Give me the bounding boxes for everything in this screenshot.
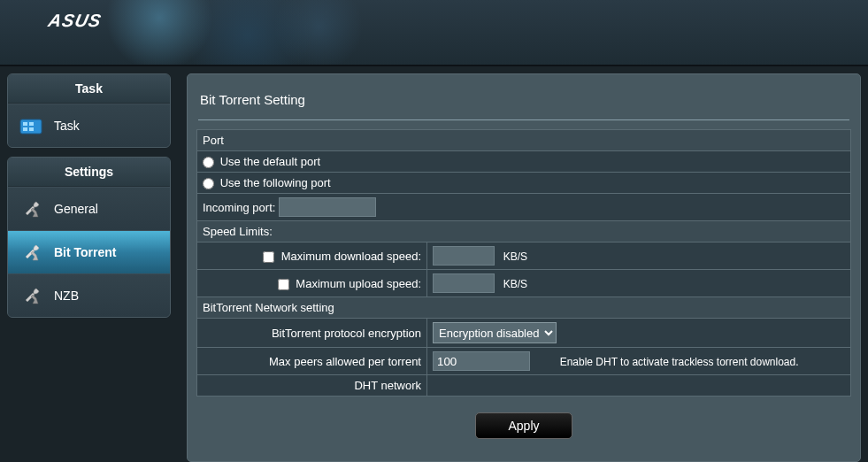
page-title: Bit Torrent Setting: [196, 83, 851, 119]
main-panel: Bit Torrent Setting Port Use the default…: [187, 73, 861, 462]
sidebar-section-settings: Settings General Bit Torrent: [7, 157, 171, 318]
divider: [198, 119, 849, 120]
sidebar: Task Task Settings: [7, 73, 171, 462]
sidebar-item-label: Bit Torrent: [54, 245, 117, 259]
svg-rect-1: [23, 122, 27, 126]
max-peers-label: Max peers allowed per torrent: [269, 355, 421, 368]
apply-button[interactable]: Apply: [475, 412, 572, 439]
wrench-icon: [19, 198, 45, 219]
wrench-icon: [19, 242, 45, 263]
sidebar-header-task: Task: [8, 74, 170, 104]
max-download-row[interactable]: Maximum download speed:: [263, 250, 421, 263]
radio-label: Use the following port: [220, 176, 331, 189]
radio-following-port[interactable]: Use the following port: [203, 176, 331, 189]
max-upload-input[interactable]: [433, 273, 495, 293]
dht-hint: Enable DHT to activate trackless torrent…: [534, 356, 799, 368]
incoming-port-input[interactable]: [279, 197, 376, 217]
max-download-checkbox[interactable]: [263, 251, 274, 263]
max-download-input[interactable]: [433, 246, 495, 266]
dht-label: DHT network: [354, 379, 421, 392]
field-label: Maximum download speed:: [281, 250, 421, 263]
radio-following-port-input[interactable]: [203, 178, 214, 189]
task-icon: [19, 115, 45, 136]
brand-logo: ASUS: [47, 11, 104, 31]
section-header-port: Port: [197, 130, 851, 151]
sidebar-item-general[interactable]: General: [8, 187, 170, 230]
radio-default-port-input[interactable]: [203, 157, 214, 168]
sidebar-item-nzb[interactable]: NZB: [8, 273, 170, 317]
sidebar-item-label: NZB: [54, 289, 79, 303]
radio-label: Use the default port: [220, 155, 320, 168]
svg-rect-4: [29, 127, 34, 131]
max-upload-checkbox[interactable]: [278, 279, 289, 290]
unit-label: KB/S: [503, 278, 527, 290]
svg-rect-0: [20, 119, 42, 134]
max-upload-row[interactable]: Maximum upload speed:: [278, 277, 421, 290]
settings-form: Port Use the default port Use the follow…: [196, 129, 851, 439]
max-peers-input[interactable]: [433, 351, 530, 371]
incoming-port-label: Incoming port:: [203, 201, 275, 214]
dht-cell: [427, 375, 851, 397]
sidebar-item-bittorrent[interactable]: Bit Torrent: [8, 230, 170, 273]
svg-rect-3: [23, 127, 27, 131]
section-header-network: BitTorrent Network setting: [197, 297, 851, 319]
sidebar-item-label: Task: [54, 119, 80, 133]
radio-default-port[interactable]: Use the default port: [203, 155, 320, 168]
section-header-speed: Speed Limits:: [197, 221, 851, 243]
sidebar-item-label: General: [54, 202, 98, 216]
encryption-label: BitTorrent protocol encryption: [272, 327, 421, 340]
main-container: Task Task Settings: [0, 66, 868, 462]
sidebar-header-settings: Settings: [8, 158, 170, 187]
field-label: Maximum upload speed:: [296, 277, 421, 290]
sidebar-item-task[interactable]: Task: [8, 104, 170, 147]
encryption-select[interactable]: Encryption disabled: [433, 322, 557, 343]
svg-rect-2: [29, 122, 34, 126]
sidebar-section-task: Task Task: [7, 73, 171, 148]
unit-label: KB/S: [503, 250, 527, 263]
wrench-icon: [19, 285, 45, 306]
app-header: ASUS: [0, 0, 868, 66]
